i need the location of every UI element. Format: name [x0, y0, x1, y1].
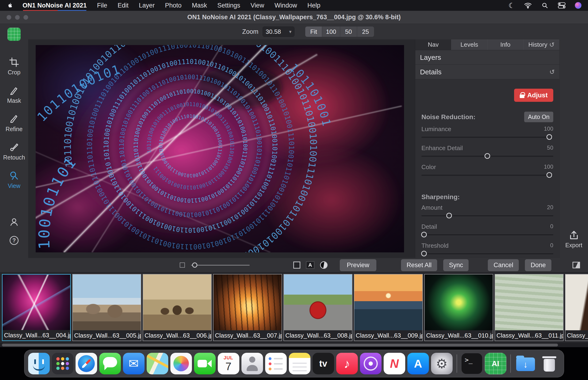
- close-window-button[interactable]: [7, 15, 11, 20]
- news-icon[interactable]: N: [384, 353, 405, 374]
- terminal-icon[interactable]: >_: [461, 353, 483, 374]
- maximize-window-button[interactable]: [23, 15, 28, 20]
- menu-file[interactable]: File: [97, 2, 108, 9]
- view-mode-split-circle-icon[interactable]: [320, 261, 327, 269]
- adjust-button[interactable]: Adjust: [514, 89, 553, 102]
- control-center-icon[interactable]: [558, 2, 566, 8]
- zoom-toolbar: Zoom 30.58 ▾ Fit 100 50 25: [28, 24, 588, 39]
- detail-slider-thumb[interactable]: [421, 232, 427, 237]
- layers-section-header[interactable]: Layers: [415, 50, 559, 65]
- help-icon[interactable]: ?: [10, 236, 19, 245]
- auto-on-button[interactable]: Auto On: [524, 112, 553, 122]
- threshold-slider-thumb[interactable]: [421, 251, 427, 256]
- zoom-25-button[interactable]: 25: [357, 26, 374, 37]
- menu-app-name[interactable]: ON1 NoNoise AI 2021: [22, 2, 87, 9]
- reset-all-button[interactable]: Reset All: [401, 259, 437, 271]
- preview-split-icon[interactable]: [180, 263, 185, 268]
- menu-help[interactable]: Help: [307, 2, 321, 9]
- tool-refine[interactable]: Refine: [6, 114, 22, 133]
- app-store-icon[interactable]: A: [407, 353, 429, 374]
- window-title-bar: ON1 NoNoise AI 2021 (Classy_Wallpapers_7…: [0, 11, 588, 24]
- zoom-50-button[interactable]: 50: [340, 26, 357, 37]
- tool-crop[interactable]: Crop: [8, 57, 20, 76]
- tab-info[interactable]: Info: [488, 39, 524, 50]
- compare-view-icon[interactable]: [572, 262, 580, 268]
- tool-view[interactable]: View: [8, 171, 20, 189]
- safari-icon[interactable]: [76, 353, 97, 374]
- zoom-select[interactable]: 30.58 ▾: [263, 26, 294, 37]
- enhance-detail-slider-thumb[interactable]: [485, 153, 490, 159]
- menu-mask[interactable]: Mask: [192, 2, 207, 9]
- menu-edit[interactable]: Edit: [117, 2, 129, 9]
- details-section-header[interactable]: Details ↺: [415, 65, 559, 79]
- tab-nav[interactable]: Nav: [415, 39, 452, 50]
- done-button[interactable]: Done: [525, 259, 551, 271]
- trash-icon[interactable]: [538, 353, 560, 374]
- luminance-slider-thumb[interactable]: [547, 134, 552, 140]
- calendar-icon[interactable]: JUL 7: [218, 353, 239, 374]
- thumb-image: [425, 274, 493, 330]
- apple-tv-icon[interactable]: tv: [313, 353, 334, 374]
- minimize-window-button[interactable]: [15, 15, 20, 20]
- details-reset-icon[interactable]: ↺: [549, 68, 555, 76]
- filmstrip-thumb-008[interactable]: Classy_Wall...63__008.jpg: [284, 274, 352, 341]
- cancel-button[interactable]: Cancel: [488, 259, 519, 271]
- preview-opacity-thumb[interactable]: [192, 263, 197, 268]
- filmstrip-scrollbar[interactable]: [0, 343, 588, 347]
- menu-photo[interactable]: Photo: [165, 2, 182, 9]
- filmstrip-thumb-006[interactable]: Classy_Wall...63__006.jpg: [143, 274, 212, 341]
- maps-icon[interactable]: [147, 353, 168, 374]
- siri-icon[interactable]: [575, 2, 581, 9]
- menu-settings[interactable]: Settings: [217, 2, 240, 9]
- view-magnifier-icon: [9, 171, 19, 181]
- filmstrip-thumb-010[interactable]: Classy_Wall...63__010.jpg: [424, 274, 493, 341]
- notes-icon[interactable]: [289, 353, 310, 374]
- photo-canvas[interactable]: 1011010010100111010010110100101001110100…: [36, 45, 404, 252]
- sync-button[interactable]: Sync: [443, 259, 469, 271]
- reminders-icon[interactable]: [265, 353, 287, 374]
- preview-button[interactable]: Preview: [340, 259, 376, 271]
- tool-mask[interactable]: Mask: [7, 86, 21, 104]
- podcasts-icon[interactable]: [360, 353, 381, 374]
- export-button[interactable]: Export: [560, 230, 588, 249]
- filmstrip-thumb-009[interactable]: Classy_Wall...63__009.jpg: [354, 274, 423, 341]
- view-mode-letter-icon[interactable]: A: [306, 261, 314, 269]
- thumb-image: [566, 274, 588, 330]
- filmstrip-thumb-011[interactable]: Classy_Wall...63__011.jpg: [495, 274, 564, 341]
- color-slider-thumb[interactable]: [547, 172, 552, 178]
- tab-history[interactable]: History ↺: [523, 39, 559, 50]
- view-mode-original-icon[interactable]: [293, 262, 300, 268]
- finder-icon[interactable]: [28, 353, 50, 374]
- downloads-folder-icon[interactable]: ↓: [515, 353, 536, 374]
- preview-opacity-slider[interactable]: [191, 262, 250, 268]
- apple-menu-icon[interactable]: [7, 2, 12, 9]
- tool-retouch[interactable]: Retouch: [3, 142, 25, 161]
- music-icon[interactable]: ♪: [336, 353, 358, 374]
- zoom-100-button[interactable]: 100: [322, 26, 340, 37]
- zoom-fit-button[interactable]: Fit: [305, 26, 322, 37]
- tab-levels[interactable]: Levels: [452, 39, 488, 50]
- dark-mode-moon-icon[interactable]: ☾: [509, 1, 515, 10]
- filmstrip-thumb-012[interactable]: Classy_Wall...: [565, 274, 588, 341]
- menu-window[interactable]: Window: [275, 2, 297, 9]
- photos-icon[interactable]: [170, 353, 192, 374]
- search-icon[interactable]: [541, 2, 549, 8]
- messages-icon[interactable]: [99, 353, 121, 374]
- facetime-icon[interactable]: [194, 353, 216, 374]
- contacts-icon[interactable]: [241, 353, 263, 374]
- menu-view[interactable]: View: [251, 2, 264, 9]
- menu-layer[interactable]: Layer: [139, 2, 155, 9]
- launchpad-icon[interactable]: [52, 353, 74, 374]
- wifi-icon[interactable]: [524, 2, 532, 8]
- filmstrip-thumb-004[interactable]: Classy_Wall...63__004.jpg: [2, 274, 71, 341]
- amount-slider-thumb[interactable]: [446, 213, 452, 218]
- system-preferences-icon[interactable]: ⚙: [431, 353, 453, 374]
- filmstrip-thumb-007[interactable]: Classy_Wall...63__007.jpg: [213, 274, 282, 341]
- mail-icon[interactable]: ✉: [123, 353, 145, 374]
- filmstrip-thumb-005[interactable]: Classy_Wall...63__005.jpg: [72, 274, 141, 341]
- filmstrip-scrollbar-thumb[interactable]: [2, 344, 558, 346]
- on1-nonoise-dock-icon[interactable]: AI: [485, 353, 506, 374]
- account-person-icon[interactable]: [9, 217, 19, 227]
- right-panel: Nav Levels Info History ↺ Layers Details…: [415, 39, 559, 258]
- details-body: Adjust Noise Reduction: Auto On Luminanc…: [415, 79, 559, 258]
